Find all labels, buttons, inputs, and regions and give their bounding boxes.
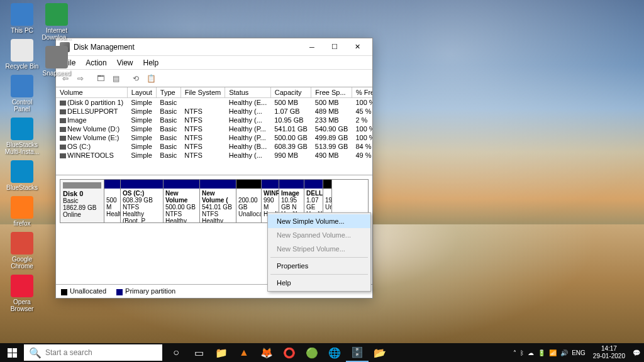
column-header[interactable]: % Free: [352, 87, 372, 98]
desktop-icon[interactable]: BlueStacks Multi-Insta...: [3, 118, 41, 155]
menu-action[interactable]: Action: [80, 57, 111, 69]
tray-volume-icon[interactable]: 🔊: [560, 349, 568, 356]
svg-rect-1: [13, 348, 17, 353]
tray-wifi-icon[interactable]: 📶: [549, 349, 557, 356]
toolbar-icon[interactable]: 🗔: [94, 72, 108, 85]
menu-new-spanned-volume[interactable]: New Spanned Volume...: [268, 228, 370, 242]
partition[interactable]: 500 MHealtl: [104, 180, 121, 222]
tray-battery-icon[interactable]: 🔋: [538, 349, 545, 356]
toolbar-icon-2[interactable]: ▤: [109, 72, 123, 85]
task-view-icon[interactable]: ▭: [187, 343, 210, 362]
column-header[interactable]: Layout: [127, 87, 156, 98]
desktop: This PCRecycle BinControl PanelBlueStack…: [0, 0, 644, 362]
forward-button[interactable]: ⇨: [74, 72, 87, 85]
context-menu: New Simple Volume... New Spanned Volume.…: [267, 212, 371, 292]
table-row[interactable]: New Volume (E:)SimpleBasicNTFSHealthy (P…: [56, 133, 372, 142]
svg-rect-0: [8, 348, 12, 353]
desktop-icon[interactable]: Internet Downloa...: [38, 3, 75, 41]
column-header[interactable]: Type: [156, 87, 180, 98]
taskbar-explorer-icon[interactable]: 📁: [210, 343, 233, 362]
legend-unallocated: Unallocated: [70, 287, 106, 295]
task-icons: ○ ▭ 📁 ▲ 🦊 ⭕ 🟢 🌐 🗄️ 📂: [165, 343, 509, 362]
toolbar-icon-3[interactable]: 📋: [144, 72, 158, 85]
svg-rect-3: [13, 353, 17, 358]
partition[interactable]: 200.00 GBUnallocated: [236, 180, 262, 222]
taskbar-explorer2-icon[interactable]: 📂: [369, 343, 391, 362]
tray-time: 14:17: [593, 345, 625, 353]
tray-onedrive-icon[interactable]: ☁: [528, 349, 534, 356]
desktop-icons: This PCRecycle BinControl PanelBlueStack…: [3, 3, 41, 312]
close-button[interactable]: ✕: [346, 40, 369, 54]
desktop-icon[interactable]: This PC: [3, 3, 41, 34]
minimize-button[interactable]: ─: [301, 40, 323, 54]
tray-bluetooth-icon[interactable]: ᛒ: [520, 349, 524, 356]
tray-chevron-icon[interactable]: ˄: [513, 349, 516, 356]
column-header[interactable]: Capacity: [270, 87, 311, 98]
table-row[interactable]: ImageSimpleBasicNTFSHealthy (...10.95 GB…: [56, 116, 372, 124]
tray-lang[interactable]: ENG: [572, 349, 586, 356]
disk-name: Disk 0: [63, 190, 83, 197]
taskbar-vlc-icon[interactable]: ▲: [233, 343, 255, 362]
column-header[interactable]: Free Sp...: [311, 87, 352, 98]
search-input[interactable]: [45, 348, 157, 357]
taskbar-chrome-icon[interactable]: 🌐: [323, 343, 346, 362]
table-row[interactable]: OS (C:)SimpleBasicNTFSHealthy (B...608.3…: [56, 142, 372, 151]
partition[interactable]: OS (C:)608.39 GB NTFSHealthy (Boot, P: [121, 180, 164, 222]
search-icon: 🔍: [29, 347, 42, 359]
table-row[interactable]: DELLSUPPORTSimpleBasicNTFSHealthy (...1.…: [56, 107, 372, 116]
desktop-icon[interactable]: Recycle Bin: [3, 39, 41, 70]
taskbar-firefox-icon[interactable]: 🦊: [255, 343, 278, 362]
desktop-icon[interactable]: Control Panel: [3, 75, 41, 112]
column-header[interactable]: Volume: [56, 87, 127, 98]
taskbar-opera-icon[interactable]: ⭕: [278, 343, 301, 362]
disk-state: Online: [63, 211, 81, 218]
desktop-icon[interactable]: Opera Browser: [3, 275, 41, 312]
disk-label[interactable]: Disk 0 Basic 1862.89 GB Online: [60, 180, 104, 222]
tray-clock[interactable]: 14:17 29-01-2020: [589, 344, 629, 361]
menubar: FileActionViewHelp: [56, 56, 372, 70]
taskbar-tor-icon[interactable]: 🟢: [301, 343, 323, 362]
cortana-icon[interactable]: ○: [165, 343, 187, 362]
column-header[interactable]: File System: [180, 87, 225, 98]
table-row[interactable]: New Volume (D:)SimpleBasicNTFSHealthy (P…: [56, 124, 372, 133]
menu-new-simple-volume[interactable]: New Simple Volume...: [268, 214, 370, 228]
svg-rect-2: [8, 353, 12, 358]
desktop-icon[interactable]: BlueStacks: [3, 160, 41, 191]
start-button[interactable]: [0, 343, 24, 362]
menu-help[interactable]: Help: [268, 276, 370, 290]
refresh-icon[interactable]: ⟲: [129, 72, 143, 85]
menu-view[interactable]: View: [112, 57, 138, 69]
window-title: Disk Management: [74, 43, 301, 52]
toolbar: ⇦ ⇨ 🗔 ▤ ⟲ 📋: [56, 70, 372, 87]
disk-size: 1862.89 GB: [63, 204, 96, 211]
volume-list[interactable]: VolumeLayoutTypeFile SystemStatusCapacit…: [56, 87, 372, 175]
maximize-button[interactable]: ☐: [323, 40, 346, 54]
table-row[interactable]: WINRETOOLSSimpleBasicNTFSHealthy (...990…: [56, 151, 372, 160]
menu-properties[interactable]: Properties: [268, 259, 370, 273]
titlebar[interactable]: Disk Management ─ ☐ ✕: [56, 38, 372, 56]
partition[interactable]: New Volume (541.01 GB NTFSHealthy (Prima…: [200, 180, 236, 222]
menu-new-striped-volume[interactable]: New Striped Volume...: [268, 242, 370, 256]
menu-help[interactable]: Help: [138, 57, 164, 69]
desktop-icon[interactable]: Google Chrome: [3, 232, 41, 270]
desktop-icon[interactable]: firefox: [3, 196, 41, 227]
column-header[interactable]: Status: [225, 87, 271, 98]
tray-date: 29-01-2020: [593, 353, 625, 360]
legend-primary: Primary partition: [125, 287, 175, 295]
tray-notifications-icon[interactable]: 💬: [633, 349, 640, 356]
taskbar: 🔍 ○ ▭ 📁 ▲ 🦊 ⭕ 🟢 🌐 🗄️ 📂 ˄ ᛒ ☁ 🔋 📶 🔊 ENG 1…: [0, 343, 644, 362]
search-bar[interactable]: 🔍: [24, 344, 162, 361]
taskbar-diskmgmt-icon[interactable]: 🗄️: [346, 343, 369, 362]
systray: ˄ ᛒ ☁ 🔋 📶 🔊 ENG 14:17 29-01-2020 💬: [509, 344, 644, 361]
partition[interactable]: New Volume500.00 GB NTFSHealthy (Primar: [164, 180, 200, 222]
disk-type: Basic: [63, 197, 78, 204]
table-row[interactable]: (Disk 0 partition 1)SimpleBasicHealthy (…: [56, 98, 372, 107]
desktop-icon[interactable]: Snapseed: [38, 46, 75, 77]
